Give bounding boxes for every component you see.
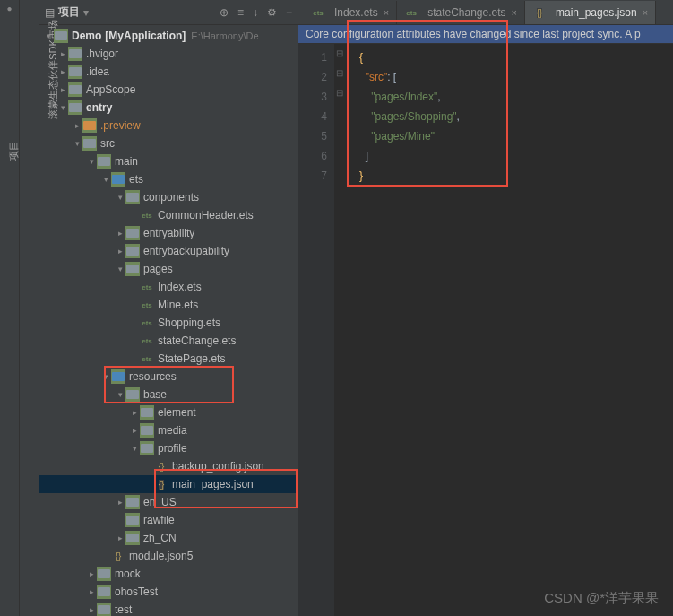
tree-file-mine[interactable]: Mine.ets <box>39 296 298 314</box>
tree-node-media[interactable]: media <box>39 421 298 439</box>
line-numbers: 1234567 <box>298 44 334 616</box>
tree-node-entrybackup[interactable]: entrybackupability <box>39 242 298 260</box>
tree-node-zhcn[interactable]: zh_CN <box>39 529 298 547</box>
tree-node-demo[interactable]: Demo[MyApplication]E:\Harmony\De <box>39 27 298 45</box>
tree-node-idea[interactable]: .idea <box>39 63 298 81</box>
fold-column[interactable]: ⊟⊟⊟ <box>334 44 345 616</box>
code-editor[interactable]: 1234567 ⊟⊟⊟ { "src": [ "pages/Index", "p… <box>298 44 673 616</box>
tree-file-index[interactable]: Index.ets <box>39 278 298 296</box>
tree-node-enus[interactable]: en_US <box>39 493 298 511</box>
project-panel-header: ▤ 项目 ▾ ⊕ ≡ ↓ ⚙ − <box>39 0 298 25</box>
tree-file-module[interactable]: module.json5 <box>39 547 298 565</box>
left-indicator-bar: ● <box>0 0 20 616</box>
tool-window-bar: 滚蒙生态伙伴SDK市场 项目 <box>20 0 39 616</box>
tree-node-resources[interactable]: resources <box>39 368 298 386</box>
tree-file-statepage[interactable]: StatePage.ets <box>39 350 298 368</box>
tree-node-rawfile[interactable]: rawfile <box>39 511 298 529</box>
tree-node-main[interactable]: main <box>39 152 298 170</box>
sync-notice[interactable]: Core configuration attributes have chang… <box>298 25 673 44</box>
close-icon[interactable]: × <box>384 7 389 18</box>
tree-node-ohostest[interactable]: ohosTest <box>39 583 298 601</box>
tree-node-conponents[interactable]: conponents <box>39 188 298 206</box>
tree-node-base[interactable]: base <box>39 386 298 403</box>
tree-node-entryability[interactable]: entryability <box>39 224 298 242</box>
tree-file-mainpages[interactable]: main_pages.json <box>39 475 298 493</box>
tree-file-shopping[interactable]: Shopping.ets <box>39 314 298 332</box>
tab-statechange[interactable]: stateChange.ets× <box>397 1 525 24</box>
close-icon[interactable]: × <box>512 7 517 18</box>
tree-node-test[interactable]: test <box>39 601 298 616</box>
tree-file-commonheader[interactable]: CommonHeader.ets <box>39 206 298 224</box>
project-tool-window: ▤ 项目 ▾ ⊕ ≡ ↓ ⚙ − Demo[MyApplication]E:\H… <box>39 0 298 616</box>
panel-title: 项目 <box>58 4 80 20</box>
vertical-tab-project[interactable]: 项目 <box>7 141 21 161</box>
gear-icon[interactable]: ⚙ <box>267 6 277 19</box>
tree-node-mock[interactable]: mock <box>39 565 298 583</box>
editor-tab-bar: Index.ets× stateChange.ets× main_pages.j… <box>298 0 673 25</box>
tree-node-pages[interactable]: pages <box>39 260 298 278</box>
tree-file-statechange[interactable]: stateChange.ets <box>39 332 298 350</box>
tree-file-backup[interactable]: backup_config.json <box>39 457 298 475</box>
folder-icon: ▤ <box>45 6 55 19</box>
tree-node-appscope[interactable]: AppScope <box>39 81 298 99</box>
tree-node-preview[interactable]: .preview <box>39 117 298 134</box>
tab-mainpages[interactable]: main_pages.json× <box>525 1 656 24</box>
tree-node-profile[interactable]: profile <box>39 439 298 457</box>
select-icon[interactable]: ↓ <box>253 6 258 19</box>
flatten-icon[interactable]: ≡ <box>237 6 244 19</box>
editor-area: Index.ets× stateChange.ets× main_pages.j… <box>298 0 673 616</box>
tab-index[interactable]: Index.ets× <box>304 1 397 24</box>
tree-node-hvigor[interactable]: .hvigor <box>39 45 298 63</box>
tree-node-src[interactable]: src <box>39 134 298 152</box>
tree-node-element[interactable]: element <box>39 403 298 421</box>
project-tree[interactable]: Demo[MyApplication]E:\Harmony\De .hvigor… <box>39 25 298 616</box>
tree-node-ets[interactable]: ets <box>39 170 298 188</box>
dropdown-icon[interactable]: ▾ <box>83 6 89 19</box>
code-content[interactable]: { "src": [ "pages/Index", "pages/Shoppin… <box>359 48 673 186</box>
close-icon[interactable]: × <box>643 7 648 18</box>
locate-icon[interactable]: ⊕ <box>220 6 229 19</box>
tree-node-entry[interactable]: entry <box>39 99 298 117</box>
watermark: CSDN @*洋芋果果 <box>544 590 659 607</box>
collapse-icon[interactable]: − <box>286 6 292 19</box>
